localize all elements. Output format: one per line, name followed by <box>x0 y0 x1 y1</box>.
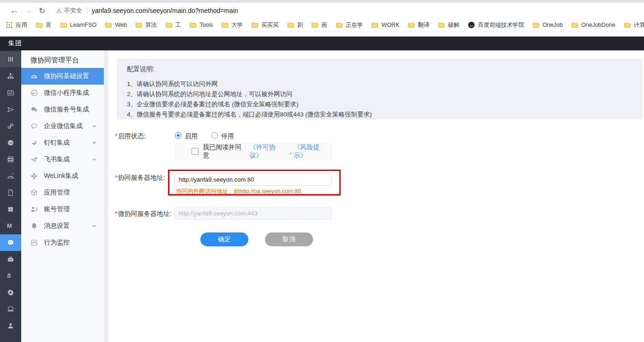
monitor-chart-icon <box>30 239 38 246</box>
user-icon <box>7 322 14 330</box>
sidebar-item[interactable]: 消息设置 <box>21 218 104 234</box>
wx-server-address-input[interactable] <box>175 207 332 220</box>
server-address-label: *协同服务器地址: <box>115 174 165 182</box>
bookmark-item[interactable]: 计算机 <box>624 21 644 29</box>
feishu-icon <box>30 156 38 163</box>
miniprogram-icon <box>30 89 38 97</box>
wx-server-address-label: *微协同服务器地址: <box>115 210 171 218</box>
notice-line: 2、请确认协同系统的访问地址是公网地址，可以被外网访问 <box>127 89 633 99</box>
folder-icon <box>571 21 578 29</box>
rail-icon-button[interactable] <box>0 184 21 201</box>
folder-icon <box>135 21 143 29</box>
address-bar[interactable]: ⚠ 不安全 yanfa9.seeyon.com/seeyon/main.do?m… <box>56 6 644 15</box>
bookmark-item[interactable]: 剧 <box>287 21 303 29</box>
forward-icon[interactable]: → <box>21 6 35 16</box>
send-plane-icon <box>7 106 14 113</box>
sidebar-item[interactable]: 企业微信集成 <box>21 118 104 134</box>
sidebar-item[interactable]: 应用管理 <box>21 184 104 201</box>
clover-icon <box>7 206 14 213</box>
folder-icon <box>408 21 415 29</box>
rail-icon-button[interactable] <box>0 118 21 134</box>
folder-icon <box>251 21 259 29</box>
license-agreement-link[interactable]: 《许可协议》 <box>249 143 287 160</box>
org-title: 集团 <box>0 39 22 48</box>
sidebar-item[interactable]: 账号管理 <box>21 201 104 218</box>
rail-icon-button[interactable]: CAD <box>0 134 21 151</box>
back-icon[interactable]: ← <box>7 6 21 16</box>
bookmark-item[interactable]: OneJobDone <box>571 21 615 29</box>
transfer-card-icon <box>7 89 14 97</box>
folder-icon <box>624 21 631 29</box>
rail-icon-button[interactable]: S <box>0 268 21 284</box>
site-favicon <box>468 21 475 29</box>
required-mark: * <box>115 210 117 217</box>
agreement-separator: ， <box>287 147 294 156</box>
rail-icon-button[interactable] <box>0 101 21 118</box>
bookmark-item[interactable]: Web <box>105 21 126 29</box>
server-address-input[interactable] <box>175 173 332 186</box>
chevron-down-icon[interactable] <box>91 156 97 163</box>
sidebar: 微协同管理平台 微协同基础设置 微信小程序集成 微信服务号集成 企业微信集成 <box>21 50 104 342</box>
dashboard-gauge-icon <box>30 73 38 80</box>
enable-radio-label[interactable]: 启用 <box>185 132 198 140</box>
warning-icon: ⚠ <box>56 7 62 14</box>
palette-icon <box>7 172 14 180</box>
bookmark-item[interactable]: 工 <box>165 21 181 29</box>
risk-notice-link[interactable]: 《风险提示》 <box>294 143 331 160</box>
agreement-checkbox[interactable] <box>192 148 199 155</box>
bookmark-item[interactable]: 言 <box>36 21 52 29</box>
reload-icon[interactable]: ↻ <box>35 6 49 16</box>
bookmark-item[interactable]: LearnFSO <box>60 21 97 29</box>
rail-icon-button[interactable] <box>0 201 21 218</box>
sidebar-item[interactable]: 微信小程序集成 <box>21 85 104 101</box>
rail-icon-button[interactable] <box>0 234 21 251</box>
rail-icon-button[interactable] <box>0 51 21 67</box>
bookmark-item[interactable]: 画 <box>311 21 327 29</box>
sidebar-item[interactable]: 行为监控 <box>21 234 104 251</box>
disable-radio[interactable] <box>211 132 218 139</box>
rail-icon-button[interactable] <box>0 284 21 301</box>
bookmark-item[interactable]: WORK <box>371 21 399 29</box>
sidebar-item[interactable]: 飞书集成 <box>21 151 104 168</box>
bookmark-item[interactable]: 大学 <box>221 21 243 29</box>
server-address-hint: 协同的外网访问地址，如http://oa.seeyon.com:80 <box>176 188 301 195</box>
folder-icon <box>438 21 445 29</box>
cancel-button[interactable]: 取消 <box>265 232 313 246</box>
bookmark-item[interactable]: Tools <box>189 21 213 29</box>
rail-icon-button[interactable] <box>0 251 21 268</box>
bookmark-item[interactable]: 买买买 <box>251 21 279 29</box>
rail-icon-button[interactable]: M <box>0 218 21 234</box>
folder-icon <box>189 21 197 29</box>
chevron-down-icon[interactable] <box>91 223 97 229</box>
sidebar-gap <box>104 50 108 342</box>
apps-grid-icon <box>6 21 13 29</box>
bookmark-item[interactable]: 正在学 <box>336 21 363 29</box>
rail-icon-button[interactable] <box>0 318 21 334</box>
rail-icon-button[interactable] <box>0 168 21 184</box>
sidebar-item[interactable]: 微信服务号集成 <box>21 101 104 118</box>
bookmark-item[interactable]: 应用 <box>6 21 27 29</box>
rail-icon-button[interactable] <box>0 68 21 85</box>
required-mark: * <box>115 132 117 140</box>
bookmark-item[interactable]: 算法 <box>135 21 157 29</box>
disable-radio-label[interactable]: 停用 <box>221 132 234 140</box>
account-manage-icon <box>30 206 38 213</box>
bookmark-item[interactable]: OneJob <box>532 21 563 29</box>
folder-icon <box>532 21 540 29</box>
rail-icon-button[interactable] <box>0 85 21 101</box>
enable-radio[interactable] <box>175 132 181 139</box>
stripe-s-icon: S <box>7 272 14 280</box>
chevron-down-icon[interactable] <box>91 123 97 129</box>
sidebar-item[interactable]: 微协同基础设置 <box>21 68 104 85</box>
bookmark-item[interactable]: 破解 <box>438 21 459 29</box>
rail-icon-button[interactable] <box>0 151 21 168</box>
rail-icon-button[interactable] <box>0 301 21 318</box>
bookmark-item[interactable]: 百度前端技术学院 <box>468 21 524 29</box>
confirm-button[interactable]: 确定 <box>200 232 248 246</box>
chevron-down-icon[interactable] <box>91 140 97 146</box>
sidebar-item[interactable]: 钉钉集成 <box>21 134 104 151</box>
sidebar-item[interactable]: WeLink集成 <box>21 168 104 184</box>
bookmark-item[interactable]: 翻译 <box>408 21 429 29</box>
app-layout: CAD M S 微协同 <box>0 50 644 342</box>
main-content: 配置说明: 1、请确认协同系统可以访问外网 2、请确认协同系统的访问地址是公网地… <box>108 50 644 342</box>
